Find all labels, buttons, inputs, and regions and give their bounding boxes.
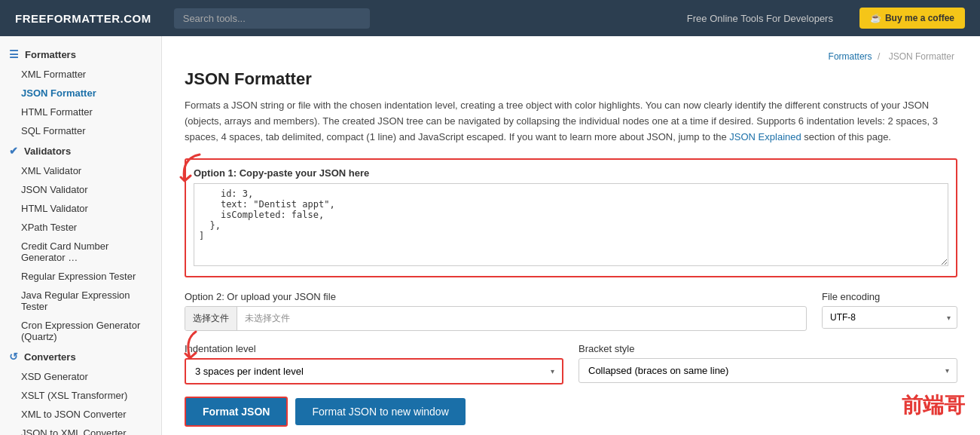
- encoding-select-wrapper: UTF-8 UTF-16 ISO-8859-1 ▾: [822, 306, 957, 329]
- sidebar-item-xml-formatter[interactable]: XML Formatter: [0, 65, 161, 84]
- indent-left: Indentation level 2 spaces per indent le…: [185, 343, 563, 384]
- sidebar-item-xpath-tester[interactable]: XPath Tester: [0, 218, 161, 237]
- format-json-new-window-button[interactable]: Format JSON to new window: [295, 398, 465, 425]
- sidebar-section-converters[interactable]: ↺ Converters: [0, 346, 161, 367]
- sidebar-item-html-formatter[interactable]: HTML Formatter: [0, 103, 161, 121]
- coffee-icon: ☕: [870, 13, 881, 23]
- search-container: [174, 8, 370, 29]
- format-json-button[interactable]: Format JSON: [185, 397, 288, 427]
- bracket-select-wrapper: Collapsed (braces on same line) Expanded…: [579, 358, 957, 383]
- indent-label: Indentation level: [185, 343, 563, 354]
- formatters-icon: ☰: [9, 48, 19, 60]
- description-end: section of this page.: [804, 131, 891, 142]
- option2-label: Option 2: Or upload your JSON file: [185, 291, 807, 302]
- json-textarea[interactable]: id: 3, text: "Dentist appt", isCompleted…: [194, 183, 948, 266]
- encoding-chevron-icon: ▾: [941, 314, 957, 322]
- sidebar-item-regex-tester[interactable]: Regular Expression Tester: [0, 267, 161, 286]
- converters-icon: ↺: [9, 351, 18, 363]
- breadcrumb-home-link[interactable]: Formatters: [829, 51, 872, 62]
- sidebar-item-html-validator[interactable]: HTML Validator: [0, 199, 161, 218]
- sidebar-section-formatters[interactable]: ☰ Formatters: [0, 44, 161, 65]
- sidebar-item-credit-card-generator[interactable]: Credit Card Number Generator …: [0, 237, 161, 267]
- validators-icon: ✔: [9, 145, 18, 157]
- sidebar-item-json-validator[interactable]: JSON Validator: [0, 180, 161, 199]
- option1-label: Option 1: Copy-paste your JSON here: [194, 167, 948, 179]
- sidebar-item-json-formatter[interactable]: JSON Formatter: [0, 84, 161, 103]
- option2-left: Option 2: Or upload your JSON file 选择文件 …: [185, 291, 807, 331]
- indent-chevron-icon: ▾: [543, 367, 562, 375]
- buy-coffee-button[interactable]: ☕ Buy me a coffee: [859, 8, 965, 29]
- sidebar-item-xslt[interactable]: XSLT (XSL Transformer): [0, 386, 161, 405]
- bracket-chevron-icon: ▾: [938, 366, 957, 375]
- file-choose-button[interactable]: 选择文件: [185, 307, 237, 330]
- indent-select-wrapper: 2 spaces per indent level 3 spaces per i…: [185, 358, 563, 384]
- sidebar-item-cron-generator[interactable]: Cron Expression Generator (Quartz): [0, 316, 161, 346]
- sidebar-item-json-to-xml[interactable]: JSON to XML Converter: [0, 424, 161, 435]
- sidebar-item-xml-validator[interactable]: XML Validator: [0, 161, 161, 180]
- file-name-display: 未选择文件: [237, 307, 806, 330]
- sidebar-item-sql-formatter[interactable]: SQL Formatter: [0, 121, 161, 140]
- search-input[interactable]: [174, 8, 370, 29]
- buy-coffee-label: Buy me a coffee: [885, 13, 954, 23]
- encoding-select[interactable]: UTF-8 UTF-16 ISO-8859-1: [823, 307, 941, 328]
- page-title: JSON Formatter: [185, 69, 957, 89]
- main-content: Formatters / JSON Formatter JSON Formatt…: [162, 36, 980, 435]
- page-layout: ☰ Formatters XML Formatter JSON Formatte…: [0, 36, 980, 435]
- sidebar-section-validators-label: Validators: [24, 146, 71, 157]
- indent-right: Bracket style Collapsed (braces on same …: [579, 343, 957, 383]
- sidebar-section-converters-label: Converters: [24, 351, 76, 363]
- header-tagline: Free Online Tools For Developers: [385, 13, 833, 24]
- option2-row: Option 2: Or upload your JSON file 选择文件 …: [185, 291, 957, 331]
- indent-select[interactable]: 2 spaces per indent level 3 spaces per i…: [186, 360, 543, 383]
- bracket-label: Bracket style: [579, 343, 957, 354]
- bracket-select[interactable]: Collapsed (braces on same line) Expanded…: [579, 359, 938, 382]
- sidebar-item-xsd-generator[interactable]: XSD Generator: [0, 367, 161, 386]
- indent-row: Indentation level 2 spaces per indent le…: [185, 343, 957, 384]
- file-upload-row: 选择文件 未选择文件: [185, 306, 807, 331]
- sidebar-item-java-regex-tester[interactable]: Java Regular Expression Tester: [0, 286, 161, 316]
- site-logo: FREEFORMATTER.COM: [15, 12, 151, 25]
- option1-box: Option 1: Copy-paste your JSON here id: …: [185, 158, 957, 277]
- sidebar: ☰ Formatters XML Formatter JSON Formatte…: [0, 36, 162, 435]
- buttons-row: Format JSON Format JSON to new window: [185, 397, 957, 427]
- sidebar-section-formatters-label: Formatters: [25, 49, 76, 60]
- breadcrumb: Formatters / JSON Formatter: [185, 51, 957, 62]
- sidebar-item-xml-to-json[interactable]: XML to JSON Converter: [0, 405, 161, 424]
- json-explained-link[interactable]: JSON Explained: [729, 131, 801, 142]
- header: FREEFORMATTER.COM Free Online Tools For …: [0, 0, 980, 36]
- option2-right: File encoding UTF-8 UTF-16 ISO-8859-1 ▾: [822, 291, 957, 329]
- breadcrumb-separator: /: [878, 51, 883, 62]
- page-description: Formats a JSON string or file with the c…: [185, 98, 957, 145]
- encoding-label: File encoding: [822, 291, 957, 302]
- sidebar-section-validators[interactable]: ✔ Validators: [0, 140, 161, 161]
- breadcrumb-current: JSON Formatter: [889, 51, 954, 62]
